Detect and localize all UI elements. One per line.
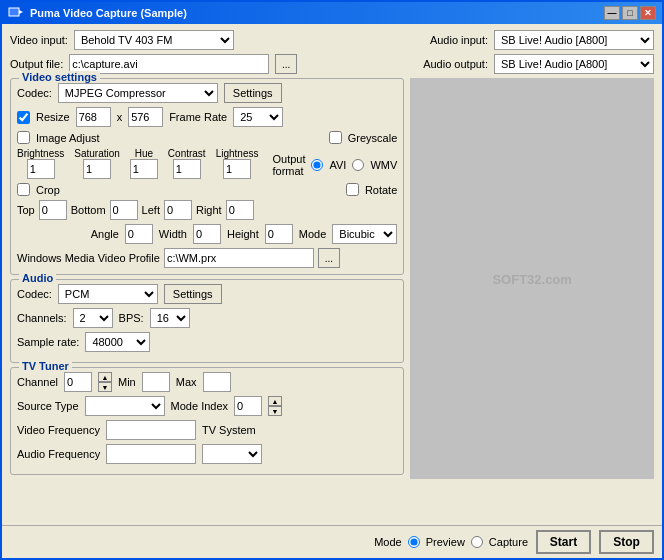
preview-label: Preview (426, 536, 465, 548)
channel-up-button[interactable]: ▲ (98, 372, 112, 382)
wmv-radio[interactable] (352, 159, 364, 171)
audio-channels-row: Channels: 2 BPS: 16 (17, 308, 397, 328)
hue-input[interactable] (130, 159, 158, 179)
wmv-profile-input[interactable] (164, 248, 314, 268)
mode-index-down-button[interactable]: ▼ (268, 406, 282, 416)
contrast-item: Contrast (168, 148, 206, 179)
channel-row: Channel ▲ ▼ Min Max (17, 372, 397, 392)
audio-output-select[interactable]: SB Live! Audio [A800] (494, 54, 654, 74)
crop-right-input[interactable] (226, 200, 254, 220)
close-button[interactable]: ✕ (640, 6, 656, 20)
video-input-label: Video input: (10, 34, 68, 46)
frame-rate-select[interactable]: 25 (233, 107, 283, 127)
lightness-item: Lightness (216, 148, 259, 179)
rotate-checkbox[interactable] (346, 183, 359, 196)
resize-height-input[interactable] (128, 107, 163, 127)
saturation-input[interactable] (83, 159, 111, 179)
wmv-profile-label: Windows Media Video Profile (17, 252, 160, 264)
source-type-select[interactable] (85, 396, 165, 416)
crop-fields-row: Top Bottom Left Right (17, 200, 397, 220)
right-label: Right (196, 204, 222, 216)
rotate-height-input[interactable] (265, 224, 293, 244)
audio-section: Audio Codec: PCM Settings Channels: 2 B (10, 279, 404, 363)
rotate-width-input[interactable] (193, 224, 221, 244)
output-file-row: Output file: ... Audio output: SB Live! … (10, 54, 654, 74)
rotate-angle-input[interactable] (125, 224, 153, 244)
source-type-label: Source Type (17, 400, 79, 412)
min-label: Min (118, 376, 136, 388)
sample-rate-row: Sample rate: 48000 (17, 332, 397, 352)
maximize-button[interactable]: □ (622, 6, 638, 20)
video-settings-section: Video settings Codec: MJPEG Compressor S… (10, 78, 404, 275)
mode-index-up-button[interactable]: ▲ (268, 396, 282, 406)
bps-label: BPS: (119, 312, 144, 324)
crop-fields: Top Bottom Left Right (17, 200, 254, 220)
min-input[interactable] (142, 372, 170, 392)
resize-framerate-row: Resize x Frame Rate 25 (17, 107, 397, 127)
codec-label: Codec: (17, 87, 52, 99)
frame-rate-label: Frame Rate (169, 111, 227, 123)
bps-select[interactable]: 16 (150, 308, 190, 328)
contrast-input[interactable] (173, 159, 201, 179)
video-settings-button[interactable]: Settings (224, 83, 282, 103)
crop-row: Crop Rotate (17, 183, 397, 196)
left-column: Video settings Codec: MJPEG Compressor S… (10, 78, 404, 479)
watermark: SOFT32.com (492, 271, 571, 286)
angle-label: Angle (91, 228, 119, 240)
audio-codec-select[interactable]: PCM (58, 284, 158, 304)
resize-checkbox[interactable] (17, 111, 30, 124)
height-label: Height (227, 228, 259, 240)
audio-freq-input[interactable] (106, 444, 196, 464)
channels-select[interactable]: 2 (73, 308, 113, 328)
minimize-button[interactable]: — (604, 6, 620, 20)
lightness-label: Lightness (216, 148, 259, 159)
output-file-browse-button[interactable]: ... (275, 54, 297, 74)
right-preview-panel: SOFT32.com (410, 78, 654, 479)
channel-down-button[interactable]: ▼ (98, 382, 112, 392)
stop-button[interactable]: Stop (599, 530, 654, 554)
rotate-fields-row: Angle Width Height Mode Bicubic (17, 224, 397, 244)
mode-index-input[interactable] (234, 396, 262, 416)
preview-radio[interactable] (408, 536, 420, 548)
wmv-label: WMV (370, 159, 397, 171)
sample-rate-select[interactable]: 48000 (85, 332, 150, 352)
crop-left-input[interactable] (164, 200, 192, 220)
audio-settings-button[interactable]: Settings (164, 284, 222, 304)
top-inputs-row: Video input: Behold TV 403 FM Audio inpu… (10, 30, 654, 50)
lightness-input[interactable] (223, 159, 251, 179)
svg-marker-1 (19, 10, 23, 14)
avi-radio[interactable] (311, 159, 323, 171)
capture-radio[interactable] (471, 536, 483, 548)
crop-bottom-input[interactable] (110, 200, 138, 220)
saturation-item: Saturation (74, 148, 120, 179)
source-type-row: Source Type Mode Index ▲ ▼ (17, 396, 397, 416)
max-input[interactable] (203, 372, 231, 392)
app-icon (8, 5, 24, 21)
codec-select[interactable]: MJPEG Compressor (58, 83, 218, 103)
tv-system-select[interactable] (202, 444, 262, 464)
audio-input-select[interactable]: SB Live! Audio [A800] (494, 30, 654, 50)
tv-system-label: TV System (202, 424, 256, 436)
title-buttons: — □ ✕ (604, 6, 656, 20)
greyscale-label: Greyscale (348, 132, 398, 144)
output-format-label: Output format (272, 153, 305, 177)
wmv-profile-browse-button[interactable]: ... (318, 248, 340, 268)
crop-checkbox[interactable] (17, 183, 30, 196)
channels-label: Channels: (17, 312, 67, 324)
video-freq-input[interactable] (106, 420, 196, 440)
video-settings-title: Video settings (19, 71, 100, 83)
capture-label: Capture (489, 536, 528, 548)
brightness-input[interactable] (27, 159, 55, 179)
video-input-select[interactable]: Behold TV 403 FM (74, 30, 234, 50)
channel-input[interactable] (64, 372, 92, 392)
mode-select[interactable]: Bicubic (332, 224, 397, 244)
wmv-profile-row: Windows Media Video Profile ... (17, 248, 397, 268)
crop-top-input[interactable] (39, 200, 67, 220)
brightness-label: Brightness (17, 148, 64, 159)
image-values-grid: Brightness Saturation Hue (17, 148, 258, 179)
resize-width-input[interactable] (76, 107, 111, 127)
image-adjust-checkbox[interactable] (17, 131, 30, 144)
saturation-label: Saturation (74, 148, 120, 159)
greyscale-checkbox[interactable] (329, 131, 342, 144)
start-button[interactable]: Start (536, 530, 591, 554)
